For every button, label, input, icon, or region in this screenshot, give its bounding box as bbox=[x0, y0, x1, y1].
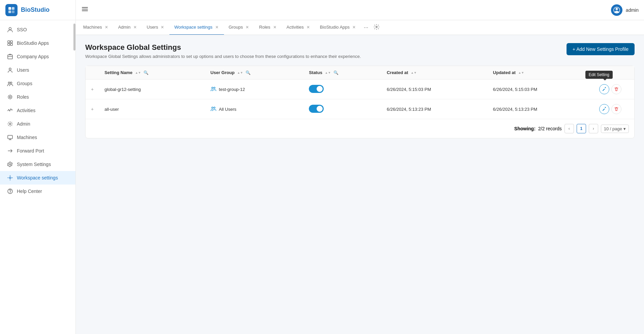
sidebar-item-forward-port[interactable]: Forward Port bbox=[0, 144, 75, 158]
sidebar-item-groups[interactable]: Groups bbox=[0, 77, 75, 90]
add-new-settings-profile-button[interactable]: + Add New Settings Profile bbox=[567, 43, 635, 55]
sidebar-item-company-apps-label: Company Apps bbox=[17, 54, 49, 59]
pagination: Showing: 2/2 records ‹ 1 › 10 / page ▾ bbox=[86, 119, 634, 138]
page-header: Workspace Global Settings Workspace Glob… bbox=[85, 43, 635, 59]
row1-expand-icon[interactable]: + bbox=[91, 87, 94, 92]
tab-users[interactable]: Users ✕ bbox=[142, 20, 170, 35]
sidebar-item-biostudio-apps-label: BioStudio Apps bbox=[17, 40, 49, 46]
roles-icon bbox=[7, 94, 13, 100]
svg-rect-3 bbox=[12, 10, 14, 13]
user-group-sort[interactable]: ▲▼ bbox=[237, 72, 243, 74]
machines-icon bbox=[7, 134, 13, 141]
tab-machines[interactable]: Machines ✕ bbox=[78, 20, 114, 35]
activities-icon bbox=[7, 107, 13, 114]
pagination-next-button[interactable]: › bbox=[589, 124, 598, 133]
sidebar-item-roles[interactable]: Roles bbox=[0, 90, 75, 104]
hamburger-menu[interactable] bbox=[81, 5, 89, 14]
admin-icon bbox=[7, 121, 13, 127]
pagination-prev-button[interactable]: ‹ bbox=[565, 124, 574, 133]
table-row: + global-gr12-setting test-group-12 bbox=[86, 79, 634, 99]
sidebar-item-biostudio-apps[interactable]: BioStudio Apps bbox=[0, 36, 75, 50]
row2-status bbox=[303, 99, 381, 119]
content-area: Workspace Global Settings Workspace Glob… bbox=[76, 35, 644, 334]
tab-admin[interactable]: Admin ✕ bbox=[114, 20, 142, 35]
svg-rect-9 bbox=[8, 55, 12, 59]
sidebar-item-company-apps[interactable]: Company Apps bbox=[0, 50, 75, 63]
row1-edit-tooltip-wrapper: Edit Setting bbox=[599, 84, 609, 94]
row2-delete-button[interactable] bbox=[611, 104, 621, 114]
pagination-page-1-button[interactable]: 1 bbox=[577, 124, 586, 133]
tabs-more-button[interactable]: ··· bbox=[361, 25, 371, 31]
topbar: admin bbox=[76, 0, 644, 20]
sidebar: BioStudio SSO BioStudio Apps Company App… bbox=[0, 0, 76, 334]
row1-expand: + bbox=[86, 79, 99, 99]
status-filter[interactable]: 🔍 bbox=[333, 70, 339, 75]
setting-name-filter[interactable]: 🔍 bbox=[143, 70, 149, 75]
row2-edit-button[interactable] bbox=[599, 104, 609, 114]
col-user-group: User Group ▲▼ 🔍 bbox=[205, 66, 303, 79]
tab-groups[interactable]: Groups ✕ bbox=[224, 20, 255, 35]
tab-biostudio-apps[interactable]: BioStudio Apps ✕ bbox=[315, 20, 361, 35]
forward-port-icon bbox=[7, 147, 13, 154]
created-at-sort[interactable]: ▲▼ bbox=[411, 72, 417, 74]
sidebar-item-workspace-settings[interactable]: Workspace settings bbox=[0, 171, 75, 185]
tab-machines-label: Machines bbox=[83, 25, 102, 30]
row1-delete-button[interactable] bbox=[611, 84, 621, 94]
tab-machines-close[interactable]: ✕ bbox=[104, 24, 109, 30]
tab-roles-close[interactable]: ✕ bbox=[272, 24, 277, 30]
tab-groups-close[interactable]: ✕ bbox=[245, 24, 250, 30]
row2-status-toggle[interactable] bbox=[309, 105, 324, 113]
row1-setting-name: global-gr12-setting bbox=[99, 79, 205, 99]
row2-expand-icon[interactable]: + bbox=[91, 106, 94, 112]
tab-workspace-settings[interactable]: Workspace settings ✕ bbox=[169, 20, 224, 35]
sidebar-item-sso[interactable]: SSO bbox=[0, 23, 75, 36]
row1-user-group: test-group-12 bbox=[205, 79, 303, 99]
sidebar-item-activities[interactable]: Activities bbox=[0, 104, 75, 117]
tab-biostudio-apps-close[interactable]: ✕ bbox=[352, 24, 356, 30]
tab-workspace-settings-close[interactable]: ✕ bbox=[215, 24, 219, 30]
svg-rect-2 bbox=[8, 10, 11, 13]
svg-point-11 bbox=[8, 82, 10, 84]
sidebar-item-activities-label: Activities bbox=[17, 108, 35, 113]
admin-avatar bbox=[611, 4, 622, 16]
sidebar-header: BioStudio bbox=[0, 0, 75, 20]
tab-activities-close[interactable]: ✕ bbox=[306, 24, 311, 30]
row1-edit-button[interactable] bbox=[599, 84, 609, 94]
row1-updated-at: 6/26/2024, 5:15:03 PM bbox=[488, 79, 594, 99]
sso-icon bbox=[7, 26, 13, 33]
tabs-bar: Machines ✕ Admin ✕ Users ✕ Workspace set… bbox=[76, 20, 644, 35]
sidebar-item-sso-label: SSO bbox=[17, 27, 27, 32]
svg-rect-8 bbox=[10, 43, 12, 45]
setting-name-sort[interactable]: ▲▼ bbox=[135, 72, 141, 74]
help-center-icon bbox=[7, 188, 13, 195]
updated-at-sort[interactable]: ▲▼ bbox=[518, 72, 524, 74]
sidebar-item-machines[interactable]: Machines bbox=[0, 131, 75, 144]
per-page-chevron-icon: ▾ bbox=[623, 126, 626, 131]
sidebar-scrollbar[interactable] bbox=[73, 24, 75, 51]
tab-activities[interactable]: Activities ✕ bbox=[282, 20, 315, 35]
status-sort[interactable]: ▲▼ bbox=[325, 72, 331, 74]
settings-table: Setting Name ▲▼ 🔍 User Group ▲▼ 🔍 Status… bbox=[86, 66, 634, 119]
sidebar-item-users[interactable]: Users bbox=[0, 63, 75, 77]
groups-icon bbox=[7, 80, 13, 87]
tab-admin-close[interactable]: ✕ bbox=[133, 24, 137, 30]
tabs-settings-button[interactable] bbox=[371, 24, 382, 31]
row1-status-toggle[interactable] bbox=[309, 85, 324, 93]
tab-users-close[interactable]: ✕ bbox=[160, 24, 165, 30]
app-logo-text: BioStudio bbox=[21, 6, 50, 13]
tab-activities-label: Activities bbox=[287, 25, 304, 30]
row2-created-at: 6/26/2024, 5:13:23 PM bbox=[381, 99, 487, 119]
sidebar-item-users-label: Users bbox=[17, 67, 29, 73]
workspace-settings-icon bbox=[7, 174, 13, 181]
row1-status bbox=[303, 79, 381, 99]
sidebar-item-workspace-settings-label: Workspace settings bbox=[17, 175, 58, 180]
sidebar-item-help-center[interactable]: Help Center bbox=[0, 185, 75, 198]
row2-setting-name: all-user bbox=[99, 99, 205, 119]
user-group-filter[interactable]: 🔍 bbox=[246, 70, 251, 75]
row2-user-group: All Users bbox=[205, 99, 303, 119]
sidebar-item-system-settings[interactable]: System Settings bbox=[0, 158, 75, 171]
sidebar-item-admin[interactable]: Admin bbox=[0, 117, 75, 131]
tab-roles[interactable]: Roles ✕ bbox=[254, 20, 282, 35]
tab-admin-label: Admin bbox=[118, 25, 131, 30]
per-page-selector[interactable]: 10 / page ▾ bbox=[601, 125, 629, 133]
